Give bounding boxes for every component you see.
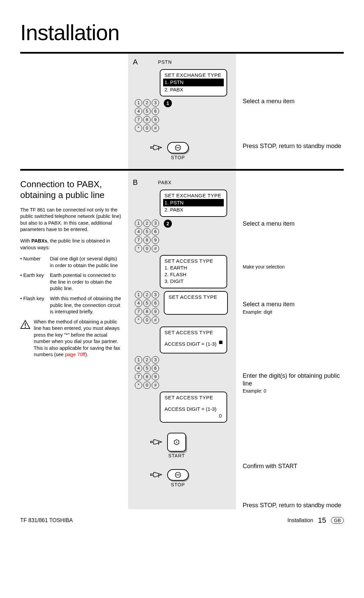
caption-b2: Make your selection bbox=[243, 264, 344, 269]
value: 0 bbox=[219, 413, 222, 419]
key: 7 bbox=[135, 308, 142, 315]
key: * bbox=[135, 316, 142, 324]
key: 8 bbox=[143, 116, 151, 123]
key: 5 bbox=[143, 300, 151, 307]
key: 7 bbox=[135, 116, 142, 123]
line: ACCESS DIGIT = (1-3) bbox=[163, 406, 224, 412]
caption-b3: Select a menu item bbox=[243, 301, 344, 308]
pointing-hand-icon bbox=[150, 438, 163, 449]
key: 7 bbox=[135, 373, 142, 380]
o2: 2. FLASH bbox=[163, 271, 224, 278]
key: 1 bbox=[135, 356, 142, 364]
keypad-b1: 123 456 789 *0# bbox=[135, 220, 159, 252]
stop-row-b: STOP bbox=[150, 465, 231, 487]
key: 4 bbox=[135, 365, 142, 372]
key: 8 bbox=[143, 308, 151, 315]
key: 0 bbox=[143, 245, 151, 252]
o3: 3. DIGIT bbox=[163, 278, 224, 285]
t: SET ACCESS TYPE bbox=[163, 330, 215, 335]
key: 6 bbox=[152, 228, 159, 235]
screen-b5: SET ACCESS TYPE ACCESS DIGIT = (1-3) 0 bbox=[160, 392, 227, 423]
screen-b4: SET ACCESS TYPE ACCESS DIGIT = (1-3) bbox=[160, 326, 227, 353]
caption-b1: Select a menu item bbox=[243, 220, 344, 228]
key: # bbox=[152, 316, 159, 324]
key: 1 bbox=[135, 291, 142, 298]
section-b-letter: B bbox=[133, 178, 138, 187]
section-a-tag: PSTN bbox=[155, 59, 175, 65]
page-ref-link[interactable]: page 70ff bbox=[65, 352, 85, 357]
key: 0 bbox=[143, 124, 151, 132]
caption-b4: Enter the digit(s) for obtaining public … bbox=[243, 372, 344, 388]
screen-a-opt1: 1. PSTN bbox=[163, 79, 224, 86]
stop-button[interactable] bbox=[167, 142, 189, 153]
start-button[interactable] bbox=[167, 433, 186, 452]
line: ACCESS DIGIT = (1-3) bbox=[164, 341, 216, 347]
o1: 1. PSTN bbox=[163, 199, 224, 206]
key: 1 bbox=[135, 220, 142, 227]
page-title: Installation bbox=[20, 20, 344, 45]
caption-b3sub: Example: digit bbox=[243, 309, 344, 315]
captions-a: Select a menu item Press STOP, return to… bbox=[243, 54, 344, 169]
section-a-letter: A bbox=[133, 58, 138, 66]
warning: When the method of obtaining a public li… bbox=[20, 319, 121, 358]
stop-label: STOP bbox=[171, 482, 185, 487]
stop-row-a: STOP bbox=[150, 138, 231, 160]
caption-b6: Press STOP, return to standby mode bbox=[243, 502, 344, 509]
key: 3 bbox=[152, 99, 159, 107]
screen-b2: SET ACCESS TYPE 1. EARTH 2. FLASH 3. DIG… bbox=[160, 255, 227, 288]
item-number: Number Dial one digit (or several digits… bbox=[20, 256, 121, 269]
t: SET ACCESS TYPE bbox=[163, 258, 215, 264]
section-b-tag: PABX bbox=[155, 179, 175, 186]
pressed-key-b: 2 bbox=[164, 220, 172, 228]
desc: With this method of obtaining the public… bbox=[50, 295, 121, 315]
footer: TF 831/861 TOSHIBA Installation 15 GB bbox=[20, 516, 344, 525]
key: 0 bbox=[143, 316, 151, 324]
key: 9 bbox=[152, 236, 159, 244]
key: * bbox=[135, 124, 142, 132]
term: Flash key bbox=[20, 295, 47, 315]
key: # bbox=[152, 124, 159, 132]
key: 5 bbox=[143, 108, 151, 115]
key: 1 bbox=[135, 99, 142, 107]
key: * bbox=[135, 245, 142, 252]
pointing-hand-icon bbox=[150, 471, 163, 482]
key: 5 bbox=[143, 365, 151, 372]
key: 4 bbox=[135, 228, 142, 235]
key: 2 bbox=[143, 356, 151, 364]
keypad-b2: 123 456 789 *0# bbox=[135, 291, 159, 324]
section-a-row: A PSTN SET EXCHANGE TYPE 1. PSTN 2. PABX… bbox=[20, 54, 344, 169]
stop-button[interactable] bbox=[167, 469, 189, 481]
t: SET ACCESS TYPE bbox=[163, 395, 215, 400]
side-heading: Connection to PABX, obtaining a public l… bbox=[20, 179, 121, 201]
keypad-b3: 123 456 789 *0# bbox=[135, 356, 159, 389]
screen-a-opt2: 2. PABX bbox=[163, 86, 224, 93]
keypad-a: 1 2 3 4 5 6 7 8 9 * 0 # bbox=[135, 99, 159, 132]
caption-b4sub: Example: 0 bbox=[243, 388, 344, 394]
text-bold: PABXs bbox=[31, 238, 47, 244]
key: 8 bbox=[143, 236, 151, 244]
side-p2: With PABXs, the public line is obtained … bbox=[20, 238, 121, 251]
page-number: 15 bbox=[318, 516, 326, 525]
key: * bbox=[135, 381, 142, 389]
key: 9 bbox=[152, 373, 159, 380]
warn-end: ). bbox=[85, 352, 88, 357]
pressed-key-a: 1 bbox=[164, 99, 172, 107]
key: 0 bbox=[143, 381, 151, 389]
item-flash: Flash key With this method of obtaining … bbox=[20, 295, 121, 315]
key: 3 bbox=[152, 356, 159, 364]
desc: Earth potential is connected to the line… bbox=[50, 272, 121, 292]
start-label: START bbox=[168, 453, 185, 458]
o2: 2. PABX bbox=[163, 206, 224, 213]
o1: 1. EARTH bbox=[163, 264, 224, 271]
pointing-hand-icon bbox=[150, 144, 163, 154]
cursor-icon bbox=[219, 341, 222, 344]
keypad-b2-row: 123 456 789 *0# SET ACCESS TYPE bbox=[135, 291, 231, 324]
screen-a: SET EXCHANGE TYPE 1. PSTN 2. PABX bbox=[160, 69, 227, 96]
key: 9 bbox=[152, 308, 159, 315]
key: # bbox=[152, 381, 159, 389]
key: 2 bbox=[143, 291, 151, 298]
section-b-gray: B PABX SET EXCHANGE TYPE 1. PSTN 2. PABX… bbox=[128, 171, 236, 509]
item-earth: Earth key Earth potential is connected t… bbox=[20, 272, 121, 292]
svg-point-4 bbox=[25, 326, 26, 328]
key: # bbox=[152, 245, 159, 252]
